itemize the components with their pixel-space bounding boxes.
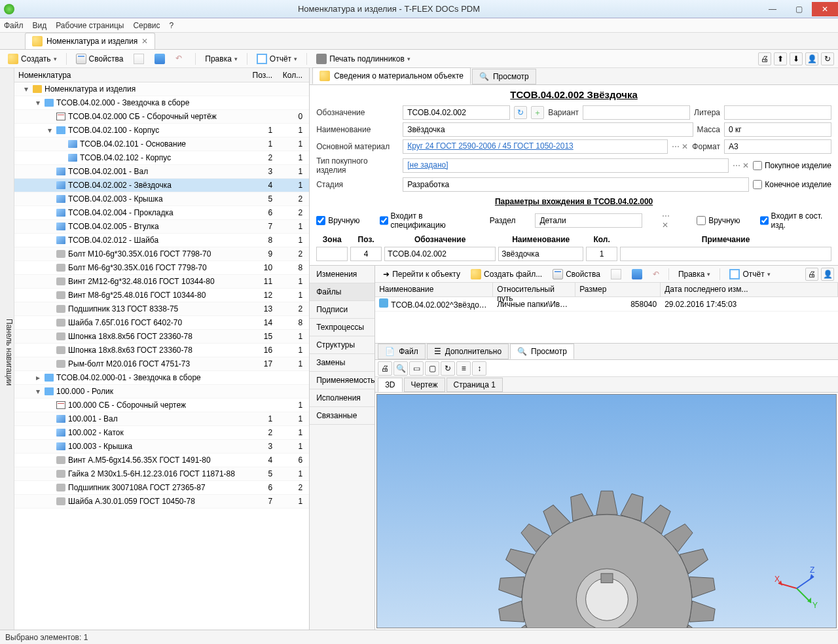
menu-help[interactable]: ? — [170, 21, 174, 30]
tool-print-icon[interactable]: 🖨 — [758, 52, 771, 65]
stab-usage[interactable]: Применяемость — [310, 372, 374, 389]
close-button[interactable]: ✕ — [812, 2, 838, 16]
tree-row[interactable]: ▾ТСОВ.04.02.000 - Звездочка в сборе — [14, 96, 309, 110]
tree-row[interactable]: ▾Номенклатура и изделия — [14, 82, 309, 96]
input-row-designation[interactable] — [384, 247, 496, 261]
print-button[interactable]: Печать подлинников — [312, 52, 414, 65]
tree-row[interactable]: Винт М8-6g*25.48.016 ГОСТ 10344-80121 — [14, 289, 309, 302]
tool-export-icon[interactable]: ⬆ — [774, 52, 787, 65]
tree-row[interactable]: ТСОВ.04.02.002 - Звёздочка41 — [14, 179, 309, 192]
toggle-icon[interactable]: ▾ — [22, 84, 30, 94]
pv-fit2-icon[interactable]: ▢ — [425, 361, 439, 376]
tree-row[interactable]: Винт А.М5-6gx14.56.35Х ГОСТ 1491-8046 — [14, 454, 309, 467]
tree-row[interactable]: 100.002 - Каток21 — [14, 426, 309, 440]
tree-row[interactable]: 100.001 - Вал11 — [14, 412, 309, 426]
tree-row[interactable]: Шпонка 18х8.8х63 ГОСТ 23360-78161 — [14, 344, 309, 357]
menu-service[interactable]: Сервис — [133, 21, 160, 30]
tree-row[interactable]: ТСОВ.04.02.012 - Шайба81 — [14, 234, 309, 247]
toggle-icon[interactable]: ▾ — [34, 98, 42, 107]
input-zone[interactable] — [316, 247, 348, 261]
document-tab[interactable]: Номенклатура и изделия ✕ — [25, 33, 155, 49]
input-designation[interactable] — [403, 105, 510, 120]
stab-changes[interactable]: Изменения — [310, 266, 374, 283]
tree-row[interactable]: ТСОВ.04.02.101 - Основание11 — [14, 137, 309, 151]
tool-user-icon[interactable]: 👤 — [805, 52, 818, 65]
file-report-dd[interactable]: Отчёт — [725, 268, 774, 281]
cb-manual2[interactable]: Вручную — [697, 216, 740, 225]
file-props-button[interactable]: Свойства — [549, 268, 604, 281]
tree-row[interactable]: Рым-болт М20.016 ГОСТ 4751-73171 — [14, 357, 309, 371]
tree-row[interactable]: Болт М10-6g*30.35Х.016 ГОСТ 7798-7092 — [14, 247, 309, 261]
tool-import-icon[interactable]: ⬇ — [790, 52, 803, 65]
input-row-qty[interactable] — [586, 247, 617, 261]
refresh-icon[interactable]: ↻ — [514, 106, 527, 119]
input-format[interactable] — [724, 139, 831, 154]
create-file-button[interactable]: Создать файл... — [467, 268, 546, 281]
tree-row[interactable]: ТСОВ.04.02.102 - Корпус21 — [14, 151, 309, 165]
tab-preview[interactable]: 🔍Просмотр — [472, 69, 536, 84]
tree-row[interactable]: Подшипник 313 ГОСТ 8338-75132 — [14, 302, 309, 316]
tree-row[interactable]: ТСОВ.04.02.003 - Крышка52 — [14, 192, 309, 206]
input-section[interactable] — [535, 213, 642, 228]
subtab-file[interactable]: 📄Файл — [378, 344, 426, 359]
menu-pages[interactable]: Рабочие страницы — [56, 21, 124, 30]
add-icon[interactable]: ＋ — [531, 106, 544, 119]
input-mass[interactable] — [724, 122, 831, 137]
file-undo-icon[interactable]: ↶ — [649, 268, 663, 280]
input-row-note[interactable] — [620, 247, 831, 261]
tree-row[interactable]: ▸ТСОВ.04.02.000-01 - Звездочка в сборе — [14, 371, 309, 385]
tree-row[interactable]: Шпонка 18х8.8х56 ГОСТ 23360-78151 — [14, 330, 309, 344]
stab-linked[interactable]: Связанные — [310, 407, 374, 425]
vtab-draw[interactable]: Чертеж — [404, 378, 445, 392]
toggle-icon[interactable]: ▾ — [46, 126, 54, 135]
checkbox-purchased[interactable]: Покупное изделие — [753, 161, 831, 170]
file-print-icon[interactable]: 🖨 — [805, 268, 818, 281]
minimize-button[interactable]: — — [759, 2, 786, 16]
close-tab-icon[interactable]: ✕ — [141, 37, 148, 46]
stab-repl[interactable]: Замены — [310, 354, 374, 372]
pv-fit1-icon[interactable]: ▭ — [409, 361, 424, 376]
undo-icon-button[interactable]: ↶ — [172, 52, 190, 65]
tab-info[interactable]: Сведения о материальном объекте — [312, 67, 471, 84]
input-pos[interactable] — [350, 247, 382, 261]
fcol-name[interactable]: Наименование — [375, 283, 493, 296]
stab-struct[interactable]: Структуры — [310, 336, 374, 354]
stab-tech[interactable]: Техпроцессы — [310, 319, 374, 336]
tree-col-qty[interactable]: Кол... — [276, 71, 309, 80]
vtab-page[interactable]: Страница 1 — [446, 378, 503, 392]
input-litera[interactable] — [724, 105, 831, 120]
file-edit-icon[interactable] — [607, 268, 625, 281]
input-variant[interactable] — [583, 105, 690, 120]
file-row[interactable]: ТСОВ.04.02.002^Звёздочка.g... Личные пап… — [375, 297, 838, 312]
tree-row[interactable]: Болт М6-6g*30.35Х.016 ГОСТ 7798-70108 — [14, 261, 309, 275]
tree-row[interactable]: ТСОВ.04.02.004 - Прокладка62 — [14, 206, 309, 220]
fcol-size[interactable]: Размер — [575, 283, 661, 296]
pv-print-icon[interactable]: 🖨 — [378, 361, 392, 376]
tree-row[interactable]: Шайба 7.65Г.016 ГОСТ 6402-70148 — [14, 316, 309, 330]
tree-row[interactable]: 100.000 СБ - Сборочный чертеж1 — [14, 399, 309, 412]
pv-measure-icon[interactable]: ↕ — [472, 361, 486, 376]
stab-files[interactable]: Файлы — [310, 283, 374, 301]
viewport-3d[interactable]: X Y Z — [376, 394, 837, 628]
cb-incomp[interactable]: Входит в сост. изд. — [760, 211, 831, 230]
tree-col-pos[interactable]: Поз... — [244, 71, 276, 80]
tree-row[interactable]: ТСОВ.04.02.005 - Втулка71 — [14, 220, 309, 234]
edit-button[interactable]: Правка — [201, 53, 242, 65]
menu-view[interactable]: Вид — [33, 21, 47, 30]
tree-row[interactable]: Винт 2М12-6g*32.48.016 ГОСТ 10344-80111 — [14, 275, 309, 289]
fcol-path[interactable]: Относительный путь — [493, 283, 575, 296]
link-material[interactable]: Круг 24 ГОСТ 2590-2006 / 45 ГОСТ 1050-20… — [403, 139, 668, 154]
menu-file[interactable]: Файл — [4, 21, 24, 30]
tree-row[interactable]: ▾100.000 - Ролик — [14, 385, 309, 399]
cb-manual[interactable]: Вручную — [316, 216, 359, 225]
tool-refresh-icon[interactable]: ↻ — [821, 52, 834, 65]
toggle-icon[interactable]: ▸ — [34, 373, 42, 382]
tree[interactable]: ▾Номенклатура и изделия▾ТСОВ.04.02.000 -… — [14, 82, 309, 630]
save-icon-button[interactable] — [151, 52, 169, 65]
input-name[interactable] — [403, 122, 693, 137]
subtab-preview[interactable]: 🔍Просмотр — [510, 344, 574, 359]
tree-row[interactable]: ▾ТСОВ.04.02.100 - Корпус11 — [14, 124, 309, 137]
stab-signs[interactable]: Подписи — [310, 301, 374, 319]
tree-row[interactable]: Подшипник 3007108А ГОСТ 27365-8762 — [14, 481, 309, 495]
file-save-icon[interactable] — [628, 268, 646, 281]
